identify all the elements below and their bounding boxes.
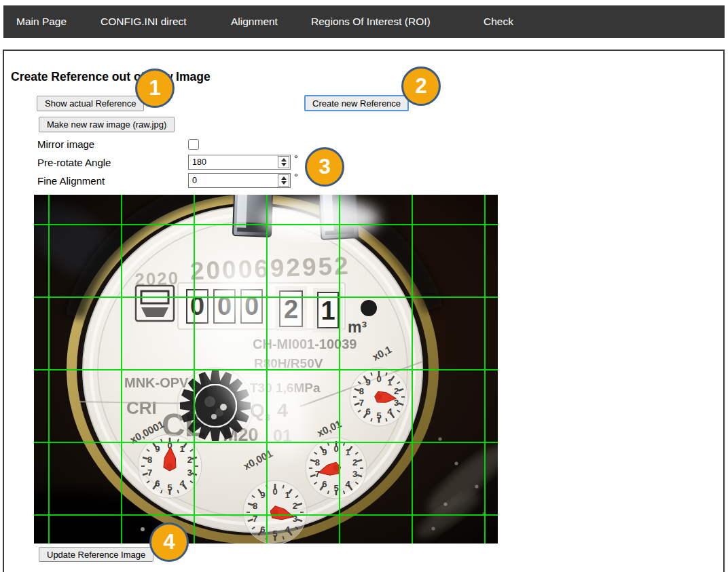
- make-new-raw-image-button[interactable]: Make new raw image (raw.jpg): [39, 117, 175, 132]
- nav-config-ini[interactable]: CONFIG.INI direct: [101, 5, 187, 38]
- pre-rotate-angle-label: Pre-rotate Angle: [37, 157, 111, 168]
- nav-alignment[interactable]: Alignment: [231, 5, 278, 38]
- pre-rotate-degree-symbol: °: [294, 153, 298, 164]
- reference-image-preview: 2020200069295200021m³CEM2001CH-MI001-100…: [34, 195, 498, 544]
- create-new-reference-button[interactable]: Create new Reference: [304, 95, 409, 111]
- nav-check[interactable]: Check: [484, 5, 513, 38]
- annotation-badge-3: 3: [305, 147, 344, 187]
- spinner-down-icon[interactable]: [281, 181, 287, 185]
- fine-alignment-input[interactable]: [189, 174, 279, 187]
- annotation-badge-1: 1: [135, 69, 175, 108]
- show-actual-reference-button[interactable]: Show actual Reference: [37, 96, 144, 111]
- content-panel: Create Reference out of Raw Image Show a…: [3, 50, 725, 572]
- annotation-badge-2: 2: [401, 66, 441, 106]
- fine-alignment-spinner[interactable]: [278, 174, 289, 187]
- spinner-down-icon[interactable]: [281, 163, 287, 166]
- pre-rotate-angle-input-wrap: [188, 155, 291, 170]
- fine-alignment-degree-symbol: °: [294, 171, 298, 183]
- nav-roi[interactable]: Regions Of Interest (ROI): [311, 5, 431, 38]
- page-title: Create Reference out of Raw Image: [11, 70, 211, 84]
- pre-rotate-angle-input[interactable]: [189, 155, 279, 169]
- spinner-up-icon[interactable]: [281, 176, 287, 180]
- mirror-image-label: Mirror image: [37, 138, 94, 150]
- nav-main-page[interactable]: Main Page: [16, 5, 67, 38]
- meter-photo: 2020200069295200021m³CEM2001CH-MI001-100…: [34, 195, 498, 544]
- fine-alignment-input-wrap: [188, 173, 291, 188]
- mirror-checkbox[interactable]: [188, 139, 199, 150]
- spinner-up-icon[interactable]: [281, 158, 287, 161]
- top-nav: Main Page CONFIG.INI direct Alignment Re…: [3, 5, 725, 38]
- annotation-badge-4: 4: [149, 522, 189, 562]
- fine-alignment-label: Fine Alignment: [37, 175, 105, 187]
- update-reference-image-button[interactable]: Update Reference Image: [39, 547, 153, 562]
- pre-rotate-spinner[interactable]: [278, 156, 289, 168]
